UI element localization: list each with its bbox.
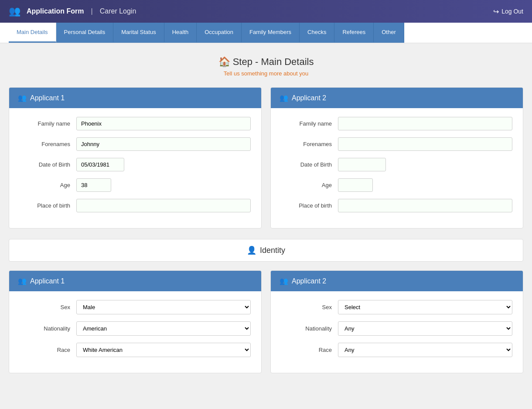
applicant2-title: Applicant 2 <box>292 94 326 102</box>
a2-family-name-row: Family name <box>281 117 512 130</box>
applicant1-identity-body: Sex Male Female Other Nationality Americ… <box>9 291 261 373</box>
tabs-container: Main Details Personal Details Marital St… <box>0 23 532 43</box>
logout-label: Log Out <box>501 8 523 15</box>
a2-pob-row: Place of birth <box>281 199 512 212</box>
tab-main-details[interactable]: Main Details <box>9 23 56 43</box>
applicant2-icon: 👥 <box>280 94 288 102</box>
a1-nationality-row: Nationality American British Other <box>20 321 251 336</box>
a1-dob-input[interactable] <box>76 158 124 171</box>
a2-dob-label: Date of Birth <box>281 161 338 168</box>
a2-family-name-input[interactable] <box>338 117 512 130</box>
tab-family-members[interactable]: Family Members <box>242 23 300 43</box>
identity-icon: 👤 <box>247 245 256 255</box>
a2-dob-input[interactable] <box>338 158 386 171</box>
a2-sex-label: Sex <box>281 304 338 310</box>
tab-marital-status[interactable]: Marital Status <box>113 23 164 43</box>
applicants-row: 👥 Applicant 1 Family name Forenames Date… <box>9 87 523 228</box>
logout-button[interactable]: ↪ Log Out <box>493 7 523 16</box>
app-title: Application Form <box>27 7 84 15</box>
a1-age-row: Age <box>20 178 251 192</box>
applicant2-card-header: 👥 Applicant 2 <box>271 88 523 108</box>
a2-family-name-label: Family name <box>281 120 338 127</box>
applicant2-identity-header: 👥 Applicant 2 <box>271 271 523 291</box>
applicant2-identity-card: 👥 Applicant 2 Sex Select Male Female Oth… <box>270 270 523 373</box>
a2-pob-input[interactable] <box>338 199 512 212</box>
a1-forenames-label: Forenames <box>20 141 76 147</box>
identity-row: 👥 Applicant 1 Sex Male Female Other Nati… <box>9 270 523 373</box>
a1-nationality-label: Nationality <box>20 325 76 332</box>
identity-title: Identity <box>260 246 285 255</box>
applicant1-card: 👥 Applicant 1 Family name Forenames Date… <box>9 87 262 228</box>
a1-forenames-row: Forenames <box>20 137 251 151</box>
a1-age-input[interactable] <box>76 178 111 192</box>
tab-other[interactable]: Other <box>374 23 404 43</box>
a1-pob-input[interactable] <box>76 199 251 212</box>
applicant1-card-header: 👥 Applicant 1 <box>9 88 261 108</box>
a1-sex-label: Sex <box>20 304 76 310</box>
a1-dob-label: Date of Birth <box>20 161 76 168</box>
a1-family-name-row: Family name <box>20 117 251 130</box>
app-logo-icon: 👥 <box>9 6 20 17</box>
a2-age-input[interactable] <box>338 178 373 192</box>
applicant2-card-body: Family name Forenames Date of Birth Age <box>271 108 523 228</box>
identity-section-header: 👤 Identity <box>9 239 523 262</box>
applicant1-title: Applicant 1 <box>30 94 65 102</box>
logout-icon: ↪ <box>493 7 499 16</box>
applicant2-identity-body: Sex Select Male Female Other Nationality… <box>271 291 523 373</box>
tab-occupation[interactable]: Occupation <box>197 23 242 43</box>
a1-sex-select[interactable]: Male Female Other <box>76 300 251 314</box>
a2-nationality-label: Nationality <box>281 325 338 332</box>
tab-checks[interactable]: Checks <box>300 23 334 43</box>
a2-age-label: Age <box>281 182 338 188</box>
home-icon: 🏠 <box>218 56 230 67</box>
a1-sex-row: Sex Male Female Other <box>20 300 251 314</box>
applicant2-card: 👥 Applicant 2 Family name Forenames Date… <box>270 87 523 228</box>
tab-health[interactable]: Health <box>164 23 197 43</box>
a2-forenames-label: Forenames <box>281 141 338 147</box>
a2-dob-row: Date of Birth <box>281 158 512 171</box>
applicant1-identity-header: 👥 Applicant 1 <box>9 271 261 291</box>
a2-nationality-row: Nationality Any American British Other <box>281 321 512 336</box>
applicant2-identity-icon: 👥 <box>280 277 288 285</box>
applicant1-identity-icon: 👥 <box>18 277 27 285</box>
header: 👥 Application Form | Carer Login ↪ Log O… <box>0 0 532 23</box>
step-subtitle: Tell us something more about you <box>9 70 523 77</box>
a2-forenames-input[interactable] <box>338 137 512 151</box>
a2-nationality-select[interactable]: Any American British Other <box>338 321 512 336</box>
header-divider: | <box>91 7 93 15</box>
a1-age-label: Age <box>20 182 76 188</box>
a2-sex-row: Sex Select Male Female Other <box>281 300 512 314</box>
tab-personal-details[interactable]: Personal Details <box>56 23 114 43</box>
applicant1-identity-card: 👥 Applicant 1 Sex Male Female Other Nati… <box>9 270 262 373</box>
a1-race-label: Race <box>20 347 76 353</box>
a2-race-row: Race Any White American African American… <box>281 343 512 357</box>
applicant1-identity-title: Applicant 1 <box>30 277 65 285</box>
a1-nationality-select[interactable]: American British Other <box>76 321 251 336</box>
a1-family-name-label: Family name <box>20 120 76 127</box>
a2-age-row: Age <box>281 178 512 192</box>
a1-dob-row: Date of Birth <box>20 158 251 171</box>
a2-race-label: Race <box>281 347 338 353</box>
a2-forenames-row: Forenames <box>281 137 512 151</box>
tab-referees[interactable]: Referees <box>334 23 374 43</box>
a2-pob-label: Place of birth <box>281 202 338 209</box>
a2-race-select[interactable]: Any White American African American Asia… <box>338 343 512 357</box>
a1-family-name-input[interactable] <box>76 117 251 130</box>
a1-race-row: Race White American African American Asi… <box>20 343 251 357</box>
step-title: 🏠 Step - Main Details <box>9 56 523 68</box>
a2-sex-select[interactable]: Select Male Female Other <box>338 300 512 314</box>
a1-pob-label: Place of birth <box>20 202 76 209</box>
a1-race-select[interactable]: White American African American Asian Ot… <box>76 343 251 357</box>
step-title-section: 🏠 Step - Main Details Tell us something … <box>9 56 523 77</box>
app-subtitle: Carer Login <box>100 7 136 15</box>
applicant1-icon: 👥 <box>18 94 27 102</box>
main-content: 🏠 Step - Main Details Tell us something … <box>0 43 532 408</box>
header-left: 👥 Application Form | Carer Login <box>9 6 136 17</box>
applicant2-identity-title: Applicant 2 <box>292 277 326 285</box>
applicant1-card-body: Family name Forenames Date of Birth Age <box>9 108 261 228</box>
a1-pob-row: Place of birth <box>20 199 251 212</box>
a1-forenames-input[interactable] <box>76 137 251 151</box>
